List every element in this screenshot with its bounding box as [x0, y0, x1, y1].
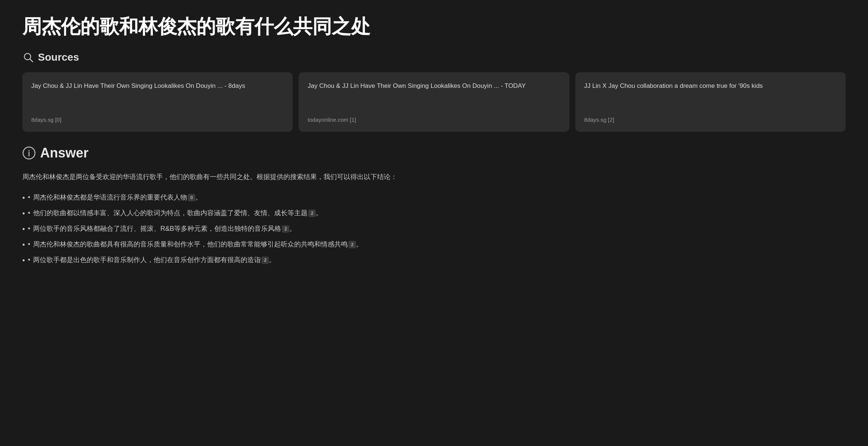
- source-card-2-title: JJ Lin X Jay Chou collaboration a dream …: [584, 81, 837, 91]
- page-title: 周杰伦的歌和林俊杰的歌有什么共同之处: [22, 15, 846, 38]
- bullet-1: •: [28, 207, 30, 219]
- bullet-0: •: [28, 192, 30, 203]
- citation-0: 0: [188, 194, 195, 201]
- answer-intro: 周杰伦和林俊杰是两位备受欢迎的华语流行歌手，他们的歌曲有一些共同之处。根据提供的…: [22, 171, 846, 183]
- sources-section: Sources Jay Chou & JJ Lin Have Their Own…: [22, 51, 846, 132]
- answer-point-0-text: 周杰伦和林俊杰都是华语流行音乐界的重要代表人物0。: [33, 192, 202, 203]
- bullet-2: •: [28, 223, 30, 235]
- answer-list-item-3: • 周杰伦和林俊杰的歌曲都具有很高的音乐质量和创作水平，他们的歌曲常常能够引起听…: [22, 239, 846, 251]
- answer-point-4-text: 两位歌手都是出色的歌手和音乐制作人，他们在音乐创作方面都有很高的造诣2。: [33, 254, 276, 266]
- sources-header: Sources: [22, 51, 846, 63]
- svg-line-1: [30, 59, 33, 62]
- citation-2: 2: [282, 225, 289, 233]
- answer-list-item-1: • 他们的歌曲都以情感丰富、深入人心的歌词为特点，歌曲内容涵盖了爱情、友情、成长…: [22, 207, 846, 219]
- sources-title: Sources: [38, 51, 79, 63]
- source-card-0[interactable]: Jay Chou & JJ Lin Have Their Own Singing…: [22, 72, 293, 132]
- answer-header: Answer: [22, 145, 846, 161]
- source-card-1-title: Jay Chou & JJ Lin Have Their Own Singing…: [308, 81, 560, 91]
- answer-list-item-2: • 两位歌手的音乐风格都融合了流行、摇滚、R&B等多种元素，创造出独特的音乐风格…: [22, 223, 846, 235]
- source-card-2-domain: 8days.sg [2]: [584, 117, 837, 123]
- answer-point-3-text: 周杰伦和林俊杰的歌曲都具有很高的音乐质量和创作水平，他们的歌曲常常能够引起听众的…: [33, 239, 363, 250]
- answer-list-item-4: • 两位歌手都是出色的歌手和音乐制作人，他们在音乐创作方面都有很高的造诣2。: [22, 254, 846, 266]
- svg-point-4: [29, 150, 30, 151]
- bullet-4: •: [28, 254, 30, 266]
- citation-1: 2: [308, 210, 316, 217]
- answer-point-2-text: 两位歌手的音乐风格都融合了流行、摇滚、R&B等多种元素，创造出独特的音乐风格2。: [33, 223, 296, 235]
- source-card-1[interactable]: Jay Chou & JJ Lin Have Their Own Singing…: [299, 72, 569, 132]
- bullet-3: •: [28, 239, 30, 250]
- source-card-1-domain: todayonline.com [1]: [308, 117, 560, 123]
- source-card-0-domain: 8days.sg [0]: [31, 117, 284, 123]
- answer-title: Answer: [40, 145, 89, 161]
- answer-list-item-0: • 周杰伦和林俊杰都是华语流行音乐界的重要代表人物0。: [22, 192, 846, 204]
- source-card-0-title: Jay Chou & JJ Lin Have Their Own Singing…: [31, 81, 284, 91]
- search-icon: [22, 51, 34, 63]
- answer-section: Answer 周杰伦和林俊杰是两位备受欢迎的华语流行歌手，他们的歌曲有一些共同之…: [22, 145, 846, 266]
- citation-4: 2: [261, 257, 269, 264]
- answer-list: • 周杰伦和林俊杰都是华语流行音乐界的重要代表人物0。 • 他们的歌曲都以情感丰…: [22, 192, 846, 266]
- citation-3: 2: [348, 241, 356, 248]
- source-card-2[interactable]: JJ Lin X Jay Chou collaboration a dream …: [575, 72, 846, 132]
- sources-cards: Jay Chou & JJ Lin Have Their Own Singing…: [22, 72, 846, 132]
- answer-point-1-text: 他们的歌曲都以情感丰富、深入人心的歌词为特点，歌曲内容涵盖了爱情、友情、成长等主…: [33, 207, 322, 219]
- info-icon: [22, 146, 36, 160]
